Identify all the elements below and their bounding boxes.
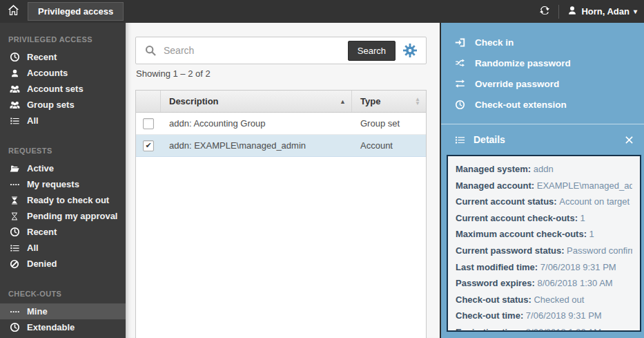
ban-icon (8, 259, 21, 269)
search-button[interactable]: Search (348, 41, 396, 61)
check-in-icon (454, 37, 466, 48)
detail-label: Password expires: (456, 278, 538, 288)
sidebar-item-label: All (27, 115, 39, 126)
detail-value: 8/06/2018 1:30 AM (526, 327, 601, 332)
clock-icon (8, 322, 21, 332)
sidebar-item-label: Recent (27, 227, 57, 237)
action-list: Check inRandomize passwordOverride passw… (441, 23, 644, 121)
privileged-access-nav-button[interactable]: Privileged access (28, 2, 124, 21)
detail-row-managed-account: Managed account: EXAMPLE\managed_admin (456, 178, 632, 194)
detail-label: Last modified time: (456, 262, 540, 272)
sidebar-item-group-sets[interactable]: Group sets (0, 97, 126, 113)
table-body: addn: Accounting GroupGroup set✔addn: EX… (136, 113, 426, 157)
sidebar-section-requests: REQUESTSActiveMy requestsReady to check … (0, 129, 126, 272)
sidebar-item-all[interactable]: All (0, 240, 126, 256)
detail-row-check-out-time: Check-out time: 7/06/2018 9:31 PM (456, 308, 632, 324)
row-checkbox[interactable] (143, 118, 154, 129)
detail-label: Check-out status: (456, 294, 534, 305)
sidebar-item-label: Mine (27, 306, 48, 317)
detail-value: 1 (580, 213, 585, 223)
search-icon (145, 45, 157, 57)
sidebar-item-label: Ready to check out (27, 195, 109, 205)
action-check-out-extension[interactable]: Check-out extension (441, 94, 644, 115)
detail-row-current-password-status: Current password status: Password confir… (456, 243, 632, 259)
select-all-column-header[interactable] (136, 91, 161, 112)
sidebar-section-title: REQUESTS (0, 129, 126, 160)
home-button[interactable] (0, 0, 26, 23)
detail-value: 7/06/2018 9:31 PM (526, 310, 602, 321)
row-type-cell: Account (352, 135, 426, 156)
topbar-right: Horn, Adan ▾ (531, 0, 644, 23)
detail-row-maximum-account-check-outs: Maximum account check-outs: 1 (456, 226, 632, 243)
list-icon (8, 116, 21, 126)
sidebar-item-denied[interactable]: Denied (0, 256, 126, 272)
row-select-cell: ✔ (136, 135, 161, 156)
hourglass-filled-icon (8, 196, 21, 205)
user-menu[interactable]: Horn, Adan ▾ (559, 0, 644, 23)
clock-icon (8, 227, 21, 237)
refresh-button[interactable] (531, 0, 558, 23)
top-bar: Privileged access Horn, Adan ▾ (0, 0, 644, 23)
sidebar-item-label: Active (27, 163, 54, 173)
dots-icon (8, 307, 21, 317)
group-icon (8, 100, 21, 110)
person-icon (8, 68, 21, 78)
caret-down-icon: ▾ (634, 8, 637, 15)
sidebar-item-label: Extendable (27, 322, 75, 332)
sidebar-item-label: Account sets (27, 84, 84, 94)
sort-ascending-icon: ▲ (340, 98, 346, 105)
detail-value: Account on target system (559, 196, 632, 207)
dots-icon (8, 180, 21, 189)
results-summary: Showing 1 – 2 of 2 (136, 68, 211, 79)
sidebar-item-active[interactable]: Active (0, 160, 126, 176)
close-icon[interactable] (625, 135, 634, 144)
description-column-header[interactable]: Description ▲ (161, 91, 352, 112)
exchange-icon (454, 79, 466, 88)
sidebar-item-pending-my-approval[interactable]: Pending my approval (0, 208, 126, 224)
results-table: Description ▲ Type ▲▼ addn: Accounting G… (135, 90, 427, 338)
sidebar-item-account-sets[interactable]: Account sets (0, 81, 126, 97)
detail-value: 8/06/2018 1:30 AM (538, 278, 613, 288)
action-override-password[interactable]: Override password (441, 73, 644, 94)
row-checkbox-checked[interactable]: ✔ (143, 140, 154, 151)
search-bar: Search (135, 37, 427, 64)
details-title: Details (474, 134, 505, 145)
detail-label: Expiration time: (456, 327, 526, 332)
sidebar-item-ready-to-check-out[interactable]: Ready to check out (0, 192, 126, 208)
gear-icon[interactable] (403, 44, 417, 57)
action-label: Check-out extension (475, 100, 567, 110)
action-label: Randomize password (475, 58, 571, 68)
sidebar-item-all[interactable]: All (0, 113, 126, 129)
sidebar-item-recent[interactable]: Recent (0, 224, 126, 240)
table-row[interactable]: ✔addn: EXAMPLE\managed_adminAccount (136, 135, 426, 157)
type-column-header[interactable]: Type ▲▼ (352, 91, 426, 112)
sidebar-item-my-requests[interactable]: My requests (0, 176, 126, 192)
sidebar-item-mine[interactable]: Mine (0, 303, 126, 319)
sidebar-item-accounts[interactable]: Accounts (0, 65, 126, 81)
details-header: Details (441, 124, 644, 155)
action-randomize-password[interactable]: Randomize password (441, 53, 644, 73)
sidebar-item-label: Accounts (27, 68, 68, 78)
sidebar-item-label: My requests (27, 179, 79, 189)
sidebar-section-privileged-access: PRIVILEGED ACCESSRecentAccountsAccount s… (0, 23, 126, 129)
sidebar-item-extendable[interactable]: Extendable (0, 319, 126, 335)
sidebar-item-recent[interactable]: Recent (0, 49, 126, 65)
user-icon (567, 6, 577, 17)
detail-label: Managed system: (456, 164, 534, 174)
details-box: Managed system: addnManaged account: EXA… (447, 155, 641, 332)
clock-icon (8, 52, 21, 62)
list-icon (8, 243, 21, 253)
table-row[interactable]: addn: Accounting GroupGroup set (136, 113, 426, 135)
detail-label: Current password status: (456, 245, 567, 256)
list-icon (454, 135, 466, 145)
row-type-cell: Group set (352, 113, 426, 134)
search-input[interactable] (164, 45, 348, 56)
type-column-label: Type (360, 96, 380, 106)
detail-label: Current account status: (456, 196, 559, 207)
action-check-in[interactable]: Check in (441, 32, 644, 53)
sidebar-section-title: CHECK-OUTS (0, 272, 126, 303)
detail-row-expiration-time: Expiration time: 8/06/2018 1:30 AM (456, 324, 632, 332)
sidebar-item-label: Group sets (27, 100, 75, 110)
home-icon (7, 4, 20, 19)
detail-label: Current account check-outs: (456, 213, 580, 223)
